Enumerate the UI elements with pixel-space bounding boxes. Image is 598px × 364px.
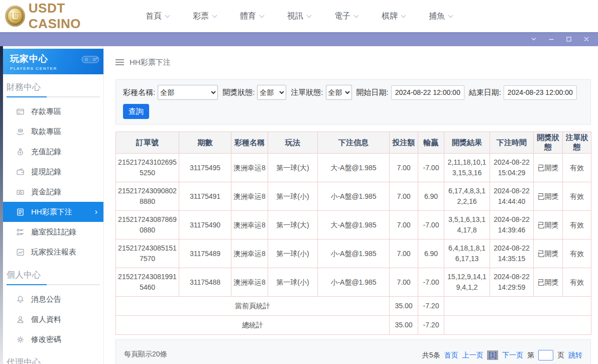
table-cell: 2024-08-22 14:35:15 — [490, 239, 534, 268]
sidebar-item-player-bet-report[interactable]: 玩家投注報表 — [3, 242, 103, 262]
table-cell: 7.00 — [390, 239, 418, 268]
sidebar-item-label: 消息公告 — [31, 295, 61, 304]
sidebar-item-deposit[interactable]: 存款專區 — [3, 101, 103, 122]
table-cell: 7.00 — [390, 154, 418, 182]
page-prefix-label: 第 — [527, 351, 534, 360]
nav-item[interactable]: 視訊 — [287, 11, 311, 22]
draw-status-select[interactable]: 全部 — [257, 85, 286, 100]
nav-item[interactable]: 首頁 — [146, 11, 169, 22]
nav-item-label: 首頁 — [146, 11, 162, 22]
nav-item[interactable]: 棋牌 — [382, 11, 405, 22]
menu-toggle-icon[interactable] — [115, 59, 124, 65]
window-minimize-button[interactable] — [548, 36, 555, 43]
table-cell: 6,17,4,8,3,12,2,16 — [444, 182, 490, 211]
end-date-input[interactable] — [504, 85, 577, 100]
window-collapse-button[interactable] — [530, 36, 537, 43]
table-row: 215217243087869088031175490澳洲幸运8第一球(大)大-… — [116, 211, 591, 239]
table-cell: 已開獎 — [534, 182, 563, 211]
search-button[interactable]: 查詢 — [123, 104, 149, 119]
table-row: 215217243085151757031175489澳洲幸运8第一球(小)小-… — [116, 239, 591, 268]
table-header-row: 訂單號期數彩種名稱玩法下注信息投注額輸贏開獎結果下注時間開獎狀態注單狀態 — [116, 132, 591, 154]
table-cell: 有效 — [563, 268, 591, 297]
table-cell: 2152172430878690880 — [116, 211, 179, 239]
page-suffix-label: 页 — [557, 351, 564, 360]
column-header: 訂單號 — [116, 132, 179, 154]
coin-letter: U — [11, 11, 20, 22]
window-controls — [530, 36, 590, 43]
nav-item[interactable]: 體育 — [240, 11, 264, 22]
sidebar-item-profile[interactable]: 個人資料 — [3, 309, 103, 329]
section-underline — [7, 96, 100, 97]
app-window: U USDT CASINO 首頁彩票體育視訊電子棋牌捕魚 玩家中心 PLAYER… — [0, 0, 598, 364]
table-cell: 31175490 — [179, 211, 231, 239]
chevron-down-icon — [448, 13, 453, 18]
nav-item[interactable]: 彩票 — [193, 11, 216, 22]
start-date-input[interactable] — [391, 85, 464, 100]
order-status-select[interactable]: 全部 — [326, 85, 352, 100]
column-header: 開獎狀態 — [534, 132, 563, 154]
column-header: 彩種名稱 — [231, 132, 268, 154]
brand-name: USDT CASINO — [29, 1, 116, 32]
sidebar-item-hh-lottery-bets[interactable]: HH彩票下注› — [3, 202, 103, 222]
content-area: 玩家中心 PLAYERS CENTER 財務中心存款專區取款專區充值記錄提現記錄… — [0, 46, 598, 364]
nav-item[interactable]: 電子 — [334, 11, 358, 22]
summary-empty-cell — [444, 316, 591, 335]
nav-item-label: 捕魚 — [429, 11, 445, 22]
sidebar-item-room-bet-records[interactable]: 廳室投註記錄 — [3, 222, 103, 242]
column-header: 開獎結果 — [444, 132, 490, 154]
sidebar-item-recharge-record[interactable]: 充值記錄 — [3, 142, 103, 162]
sidebar-item-withdrawal-record[interactable]: 提現記錄 — [3, 162, 103, 182]
table-cell: 31175488 — [179, 268, 231, 297]
end-date-label: 結束日期: — [469, 88, 501, 97]
sidebar-header-subtitle: PLAYERS CENTER — [10, 66, 98, 71]
nav-item-label: 視訊 — [287, 11, 303, 22]
summary-bet-total-cell: 35.00 — [390, 316, 418, 335]
summary-label-cell: 當前頁統計 — [116, 297, 390, 316]
window-close-button[interactable] — [583, 36, 590, 43]
sidebar-item-label: 存款專區 — [31, 107, 61, 116]
sidebar-item-label: 取款專區 — [31, 127, 61, 137]
bets-table: 訂單號期數彩種名稱玩法下注信息投注額輸贏開獎結果下注時間開獎狀態注單狀態 215… — [115, 132, 591, 335]
window-maximize-button[interactable] — [565, 36, 572, 43]
table-cell: 有效 — [563, 239, 591, 268]
first-page-link[interactable]: 首页 — [444, 351, 458, 360]
nav-item[interactable]: 捕魚 — [429, 11, 452, 22]
table-cell: 2152172430851517570 — [116, 239, 179, 268]
sidebar-item-funds-record[interactable]: 資金記錄 — [3, 182, 103, 202]
summary-label-cell: 總統計 — [116, 316, 390, 335]
summary-empty-cell — [444, 297, 591, 316]
sidebar-item-label: 充值記錄 — [31, 147, 61, 157]
table-cell: 有效 — [563, 182, 591, 211]
next-page-link[interactable]: 下一页 — [502, 351, 523, 360]
table-cell: 2152172430819915460 — [116, 268, 179, 297]
table-cell: 31175489 — [179, 239, 231, 268]
sidebar-item-change-password[interactable]: 修改密碼 — [3, 329, 103, 349]
sidebar-item-label: 資金記錄 — [31, 187, 61, 197]
nav-item-label: 彩票 — [193, 11, 209, 22]
breadcrumb: HH彩票下注 — [115, 46, 591, 78]
prev-page-link[interactable]: 上一页 — [462, 351, 483, 360]
column-header: 輸贏 — [418, 132, 444, 154]
hh-bet-icon — [16, 208, 25, 216]
message-icon — [16, 295, 25, 304]
sidebar-item-withdraw[interactable]: 取款專區 — [3, 122, 103, 142]
column-header: 下注時間 — [490, 132, 534, 154]
jump-link[interactable]: 跳转 — [568, 351, 582, 360]
table-cell: -7.00 — [418, 211, 444, 239]
table-cell: 2,11,18,10,13,15,3,16 — [444, 154, 490, 182]
lottery-name-select[interactable]: 全部 — [158, 85, 218, 100]
table-cell: 小-A盤@1.985 — [318, 268, 390, 297]
table-cell: 已開獎 — [534, 211, 563, 239]
column-header: 投注額 — [390, 132, 418, 154]
sidebar-item-messages[interactable]: 消息公告 — [3, 289, 103, 309]
page-number-input[interactable] — [538, 350, 553, 360]
chevron-down-icon — [307, 13, 312, 18]
nav-item-label: 電子 — [334, 11, 350, 22]
withdraw-icon — [16, 128, 25, 136]
funds-icon — [16, 188, 25, 196]
table-cell: 已開獎 — [534, 154, 563, 182]
sidebar-item-label: 個人資料 — [31, 315, 61, 324]
brand-logo[interactable]: U USDT CASINO — [5, 1, 116, 32]
sidebar-item-label: 提現記錄 — [31, 167, 61, 177]
table-cell: -7.00 — [418, 268, 444, 297]
